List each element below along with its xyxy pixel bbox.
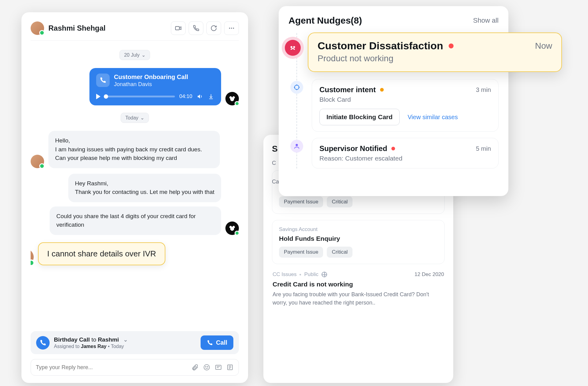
chevron-down-icon: ⌄ [140, 115, 144, 120]
tag[interactable]: Payment Issue [279, 247, 323, 258]
conversation-body: 20 July⌄ Customer Onboaring Call Jonatha… [31, 41, 239, 322]
contact-name: Rashmi Shehgal [48, 24, 167, 32]
svg-point-10 [296, 144, 298, 146]
volume-icon[interactable] [197, 93, 203, 100]
play-icon[interactable] [96, 94, 100, 99]
video-call-icon[interactable] [171, 21, 186, 35]
agent-avatar[interactable] [225, 221, 239, 235]
highlight-row: I cannot share details over IVR [31, 242, 239, 265]
nudge-card[interactable]: Customer intent 3 min Block Card Initiat… [312, 79, 499, 132]
date-separator-today[interactable]: Today⌄ [121, 113, 149, 123]
dissatisfaction-callout[interactable]: Customer Dissatisfaction Now Product not… [308, 32, 562, 72]
svg-rect-0 [175, 27, 179, 30]
article-date: 12 Dec 2020 [415, 271, 444, 278]
reply-input[interactable] [36, 364, 187, 371]
crosshair-icon [290, 81, 303, 94]
call-title: Customer Onboaring Call [114, 74, 188, 81]
agent-message: Hey Rashmi, Thank you for contacting us.… [68, 174, 221, 202]
nudges-title: Agent Nudges(8) [288, 15, 362, 26]
svg-point-9 [295, 85, 299, 90]
audio-time: 04:10 [179, 93, 192, 100]
incoming-row: Hello, I am having issues with paying ba… [31, 131, 239, 168]
customer-avatar-large[interactable] [31, 249, 34, 265]
assignment-subtitle: Assigned to James Ray • Today [54, 344, 196, 349]
callout-subtitle: Product not working [318, 54, 552, 63]
tag[interactable]: Payment Issue [279, 196, 323, 207]
article-title: Credit Card is not working [273, 281, 444, 288]
initiate-blocking-button[interactable]: Initiate Blocking Card [319, 109, 400, 125]
tag[interactable]: Critical [327, 196, 352, 207]
svg-point-1 [229, 28, 230, 29]
emoji-icon[interactable] [203, 364, 210, 371]
call-subtitle: Jonathan Davis [114, 81, 188, 88]
outgoing-row: Customer Onboaring Call Jonathan Davis 0… [31, 68, 239, 105]
refresh-icon[interactable] [206, 21, 221, 35]
compose-bar [31, 359, 239, 376]
outgoing-row-2: Hey Rashmi, Thank you for contacting us.… [31, 174, 239, 235]
status-dot-red [391, 147, 395, 150]
nudge-card[interactable]: Supervisor Notified 5 min Reason: Custom… [312, 138, 499, 168]
assignment-title: Birthday Call to Rashmi ⌄ [54, 336, 196, 343]
template-icon[interactable] [226, 364, 234, 371]
nudge-time: 5 min [476, 145, 491, 152]
date-label: Today [125, 115, 138, 120]
download-icon[interactable] [208, 93, 214, 100]
svg-point-5 [205, 366, 206, 367]
suggestion-category: Savings Account [279, 226, 438, 233]
nudge-title: Supervisor Notified [319, 144, 387, 153]
article-card[interactable]: CC Issues Public 12 Dec 2020 Credit Card… [272, 270, 445, 308]
supervisor-icon [290, 140, 303, 153]
status-dot-red [449, 44, 454, 48]
nudge-subtitle: Reason: Customer escalated [319, 155, 491, 162]
suggestion-title: Hold Funds Enquiry [279, 235, 438, 242]
callout-time: Now [535, 41, 552, 51]
attachment-icon[interactable] [191, 364, 199, 371]
show-all-link[interactable]: Show all [473, 17, 499, 25]
chat-header: Rashmi Shehgal [31, 21, 239, 41]
date-separator[interactable]: 20 July⌄ [119, 50, 150, 60]
phone-icon [96, 74, 110, 87]
call-button-label: Call [216, 339, 227, 346]
presence-dot [39, 30, 45, 36]
nudge-item-intent: Customer intent 3 min Block Card Initiat… [312, 79, 499, 132]
nudge-title: Customer intent [319, 85, 376, 94]
callout-title: Customer Dissatisfaction [318, 40, 443, 52]
highlight-message: I cannot share details over IVR [38, 242, 165, 265]
audio-track[interactable] [105, 96, 175, 97]
svg-point-4 [204, 365, 209, 370]
nudge-item-supervisor: Supervisor Notified 5 min Reason: Custom… [312, 138, 499, 168]
chat-panel: Rashmi Shehgal 20 July⌄ [21, 12, 248, 383]
dissatisfaction-face-icon [282, 37, 304, 59]
globe-icon [322, 272, 327, 277]
suggestion-card[interactable]: Savings Account Hold Funds Enquiry Payme… [272, 220, 445, 264]
call-button[interactable]: Call [201, 335, 233, 350]
svg-point-12 [294, 47, 295, 47]
more-icon[interactable] [224, 21, 239, 35]
canned-response-icon[interactable] [215, 364, 222, 371]
nudge-time: 3 min [476, 86, 491, 93]
svg-point-2 [231, 28, 232, 29]
svg-point-11 [291, 47, 292, 47]
audio-player: 04:10 [96, 93, 214, 100]
view-similar-link[interactable]: View similar cases [408, 114, 458, 121]
article-meta: CC Issues Public 12 Dec 2020 [273, 271, 444, 278]
contact-avatar[interactable] [31, 21, 44, 35]
header-actions [171, 21, 239, 35]
chevron-down-icon: ⌄ [141, 52, 145, 58]
article-body: Are you facing trouble with your Bank-Is… [273, 290, 444, 307]
svg-point-3 [233, 28, 234, 29]
chevron-down-icon[interactable]: ⌄ [123, 336, 128, 343]
date-label: 20 July [124, 52, 140, 58]
customer-message: Hello, I am having issues with paying ba… [48, 131, 220, 168]
agent-avatar[interactable] [225, 92, 239, 105]
agent-message: Could you share the last 4 digits of you… [50, 206, 221, 235]
customer-avatar[interactable] [31, 155, 44, 168]
call-recording-card[interactable]: Customer Onboaring Call Jonathan Davis 0… [89, 68, 221, 105]
tag[interactable]: Critical [327, 247, 352, 258]
voice-call-icon[interactable] [189, 21, 203, 35]
status-dot-amber [380, 88, 384, 92]
assignment-card: Birthday Call to Rashmi ⌄ Assigned to Ja… [31, 331, 239, 354]
phone-circle-icon [36, 336, 50, 350]
nudge-subtitle: Block Card [319, 96, 491, 103]
svg-point-6 [207, 366, 208, 367]
